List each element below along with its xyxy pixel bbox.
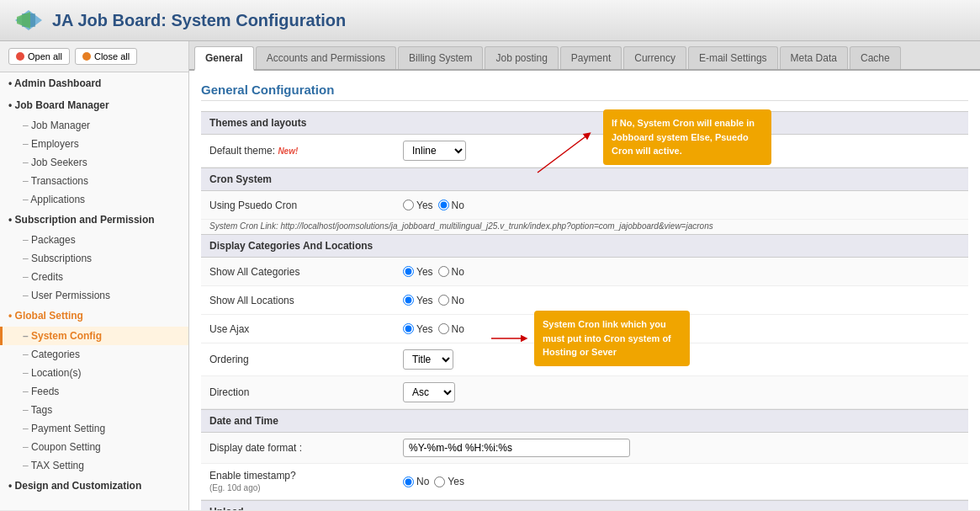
use-ajax-container: Use Ajax Yes No (201, 315, 968, 343)
timestamp-hint: (Eg. 10d ago) (209, 483, 261, 492)
display-date-format-label: Display date format : (209, 442, 403, 454)
sidebar-item-coupon-setting[interactable]: Coupon Setting (0, 438, 188, 456)
display-date-format-row: Display date format : (201, 433, 968, 464)
tab-currency[interactable]: Currency (623, 46, 686, 69)
open-all-label: Open all (28, 51, 62, 61)
tab-email[interactable]: E-mail Settings (688, 46, 778, 69)
general-config-title: General Configuration (201, 83, 968, 101)
content-area: General Accounts and Permissions Billing… (189, 41, 980, 510)
sidebar-item-payment-setting[interactable]: Payment Setting (0, 419, 188, 438)
sidebar-section-jobboard-title[interactable]: Job Board Manager (0, 94, 188, 116)
sidebar-section-admin-title[interactable]: Admin Dashboard (0, 72, 188, 94)
date-time-section: Date and Time Display date format : Enab… (201, 409, 968, 500)
callout-1-container: If No, System Cron will enable in Jobboa… (529, 109, 771, 177)
sidebar-section-design-title[interactable]: Design and Customization (0, 475, 188, 497)
enable-timestamp-no-label[interactable]: No (403, 476, 429, 487)
sidebar-item-tags[interactable]: Tags (0, 401, 188, 419)
callout-1-arrow (529, 126, 596, 177)
psuedo-cron-row: Using Psuedo Cron Yes No (201, 191, 968, 220)
upload-section-header: Upload (201, 500, 968, 510)
psuedo-cron-no-radio[interactable] (438, 200, 449, 210)
show-all-locations-no-radio[interactable] (438, 295, 449, 306)
close-all-button[interactable]: Close all (75, 48, 137, 65)
enable-timestamp-label: Enable timestamp? (Eg. 10d ago) (209, 470, 403, 493)
page-title: JA Job Board: System Configuration (52, 11, 346, 30)
enable-timestamp-control: No Yes (403, 476, 464, 487)
show-all-categories-no-label[interactable]: No (438, 266, 464, 278)
close-all-label: Close all (94, 51, 130, 61)
display-date-format-input[interactable] (403, 439, 630, 457)
direction-label: Direction (209, 386, 403, 398)
enable-timestamp-row: Enable timestamp? (Eg. 10d ago) No Yes (201, 464, 968, 500)
use-ajax-label: Use Ajax (209, 323, 403, 335)
show-all-categories-yes-label[interactable]: Yes (403, 266, 433, 278)
direction-select[interactable]: Asc Desc (403, 382, 455, 402)
sidebar-item-tax-setting[interactable]: TAX Setting (0, 456, 188, 475)
tab-job-posting[interactable]: Job posting (485, 46, 558, 69)
callout-2: System Cron link which you must put into… (534, 311, 690, 366)
sidebar-item-feeds[interactable]: Feeds (0, 382, 188, 401)
default-theme-select[interactable]: Inline Classic Modern (403, 141, 466, 161)
sidebar-section-subscription-title[interactable]: Subscription and Permission (0, 209, 188, 231)
tab-general[interactable]: General (194, 46, 254, 71)
use-ajax-no-label[interactable]: No (438, 323, 464, 335)
show-all-categories-yes-radio[interactable] (403, 266, 414, 277)
themes-section: Themes and layouts Default theme: New! I… (201, 111, 968, 168)
sidebar-item-packages[interactable]: Packages (0, 231, 188, 249)
date-time-section-header: Date and Time (201, 409, 968, 433)
psuedo-cron-yes-label[interactable]: Yes (403, 200, 433, 211)
display-date-format-control (403, 439, 630, 457)
show-all-locations-control: Yes No (403, 295, 464, 306)
psuedo-cron-no-label[interactable]: No (438, 200, 464, 211)
use-ajax-yes-label[interactable]: Yes (403, 323, 433, 335)
sidebar-item-job-seekers[interactable]: Job Seekers (0, 153, 188, 172)
open-all-button[interactable]: Open all (8, 48, 70, 65)
use-ajax-yes-radio[interactable] (403, 323, 414, 334)
show-all-locations-yes-radio[interactable] (403, 295, 414, 306)
app-logo (13, 8, 44, 32)
sidebar-item-applications[interactable]: Applications (0, 190, 188, 209)
tab-meta[interactable]: Meta Data (780, 46, 848, 69)
sidebar-item-system-config[interactable]: System Config (0, 327, 188, 345)
sidebar-item-job-manager[interactable]: Job Manager (0, 116, 188, 135)
ordering-select[interactable]: Title Date ID (403, 349, 453, 370)
sidebar-item-credits[interactable]: Credits (0, 268, 188, 286)
new-badge: New! (278, 146, 298, 156)
tab-payment[interactable]: Payment (560, 46, 622, 69)
enable-timestamp-yes-radio[interactable] (434, 476, 445, 487)
upload-section: Upload (201, 500, 968, 510)
enable-timestamp-no-radio[interactable] (403, 476, 414, 487)
tabs-bar: General Accounts and Permissions Billing… (189, 41, 980, 71)
cron-section: Cron System Using Psuedo Cron Yes No Sys… (201, 168, 968, 234)
default-theme-label: Default theme: New! (209, 145, 403, 157)
sidebar: Open all Close all Admin Dashboard Job B… (0, 41, 189, 510)
main-layout: Open all Close all Admin Dashboard Job B… (0, 41, 980, 510)
callout-2-container: System Cron link which you must put into… (487, 311, 690, 366)
open-icon (16, 52, 24, 61)
tab-accounts[interactable]: Accounts and Permissions (256, 46, 396, 69)
sidebar-section-global-title[interactable]: Global Setting (0, 305, 188, 327)
content-body: General Configuration Themes and layouts… (189, 71, 980, 510)
psuedo-cron-label: Using Psuedo Cron (209, 200, 403, 211)
enable-timestamp-yes-label[interactable]: Yes (434, 476, 464, 487)
tab-billing[interactable]: Billing System (398, 46, 483, 69)
sidebar-item-subscriptions[interactable]: Subscriptions (0, 249, 188, 268)
show-all-categories-row: Show All Categories Yes No (201, 258, 968, 286)
sidebar-item-locations[interactable]: Location(s) (0, 364, 188, 382)
psuedo-cron-yes-radio[interactable] (403, 200, 414, 210)
default-theme-control: Inline Classic Modern (403, 141, 466, 161)
sidebar-item-transactions[interactable]: Transactions (0, 172, 188, 190)
sidebar-toolbar: Open all Close all (0, 41, 188, 72)
show-all-categories-no-radio[interactable] (438, 266, 449, 277)
sidebar-item-categories[interactable]: Categories (0, 345, 188, 364)
default-theme-container: Default theme: New! Inline Classic Moder… (201, 135, 968, 168)
psuedo-cron-control: Yes No (403, 200, 464, 211)
show-all-locations-yes-label[interactable]: Yes (403, 295, 433, 306)
show-all-locations-no-label[interactable]: No (438, 295, 464, 306)
sidebar-item-employers[interactable]: Employers (0, 135, 188, 153)
tab-cache[interactable]: Cache (850, 46, 901, 69)
close-icon (82, 52, 91, 61)
sidebar-item-user-permissions[interactable]: User Permissions (0, 286, 188, 305)
use-ajax-no-radio[interactable] (438, 323, 449, 334)
callout-2-arrow (487, 322, 529, 355)
